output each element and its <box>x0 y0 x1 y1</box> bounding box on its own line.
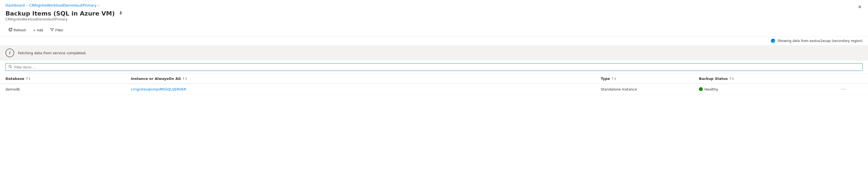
breadcrumb-sep-2: › <box>98 4 99 7</box>
filter-label: Filter <box>55 28 63 32</box>
breadcrumb-sep-1: › <box>27 4 28 7</box>
col-header-database: Database ↑↓ <box>5 76 131 81</box>
breadcrumb: Dashboard › CRRIgniteWorkloadDemoVaultPr… <box>0 0 868 9</box>
refresh-label: Refresh <box>13 28 26 32</box>
svg-rect-2 <box>121 13 121 15</box>
instance-link[interactable]: crrignitesqlvmp\MSSQLSERVER <box>131 87 186 91</box>
add-icon: + <box>33 28 35 32</box>
refresh-button[interactable]: Refresh <box>5 26 29 34</box>
more-actions-button[interactable]: ··· <box>841 87 846 92</box>
toolbar: Refresh + Add Filter <box>0 24 868 36</box>
backup-status-text: Healthy <box>704 87 718 91</box>
filter-icon <box>50 28 54 32</box>
filter-input-row <box>0 61 868 74</box>
secondary-region-bar: Showing data from eastus2euap (secondary… <box>0 36 868 45</box>
secondary-region-text: Showing data from eastus2euap (secondary… <box>777 39 863 43</box>
svg-rect-1 <box>119 13 122 13</box>
refresh-icon <box>8 28 12 32</box>
svg-rect-0 <box>120 11 121 13</box>
cell-instance: crrignitesqlvmp\MSSQLSERVER <box>131 87 601 91</box>
close-button[interactable]: ✕ <box>858 5 862 9</box>
filter-button[interactable]: Filter <box>47 26 66 34</box>
search-icon <box>8 65 12 69</box>
sort-backup-status-icon[interactable]: ↑↓ <box>729 77 734 81</box>
filter-input[interactable] <box>14 65 860 69</box>
filter-input-wrapper <box>5 63 863 71</box>
title-row: Backup Items (SQL in Azure VM) <box>0 9 868 18</box>
info-message: Fetching data from service completed. <box>18 51 87 55</box>
info-icon: i <box>5 49 14 57</box>
page-title: Backup Items (SQL in Azure VM) <box>5 10 115 17</box>
sort-database-icon[interactable]: ↑↓ <box>26 77 31 81</box>
pin-icon[interactable] <box>119 11 123 17</box>
add-button[interactable]: + Add <box>30 26 46 34</box>
sort-instance-icon[interactable]: ↑↓ <box>182 77 187 81</box>
table-row: demodb crrignitesqlvmp\MSSQLSERVER Stand… <box>0 84 868 95</box>
cell-backup-status: Healthy <box>699 87 841 91</box>
add-label: Add <box>37 28 43 32</box>
col-header-type: Type ↑↓ <box>601 76 699 81</box>
cell-database: demodb <box>5 87 131 91</box>
status-healthy-wrapper: Healthy <box>699 87 841 91</box>
cell-type: Standalone Instance <box>601 87 699 91</box>
sort-type-icon[interactable]: ↑↓ <box>611 77 616 81</box>
healthy-dot-icon <box>699 87 703 91</box>
table-header: Database ↑↓ Instance or AlwaysOn AG ↑↓ T… <box>0 74 868 84</box>
col-header-actions <box>841 76 863 81</box>
subtitle: CRRIgniteWorkloadDemoVaultPrimary <box>0 18 868 24</box>
col-header-instance: Instance or AlwaysOn AG ↑↓ <box>131 76 601 81</box>
breadcrumb-dashboard[interactable]: Dashboard <box>5 3 25 7</box>
info-bar: i Fetching data from service completed. <box>0 45 868 61</box>
cell-more-actions: ··· <box>841 87 863 92</box>
col-header-backup-status: Backup Status ↑↓ <box>699 76 841 81</box>
globe-icon <box>771 39 775 43</box>
page-container: ✕ Dashboard › CRRIgniteWorkloadDemoVault… <box>0 0 868 95</box>
breadcrumb-vault[interactable]: CRRIgniteWorkloadDemoVaultPrimary <box>29 3 96 7</box>
svg-line-4 <box>11 67 12 68</box>
